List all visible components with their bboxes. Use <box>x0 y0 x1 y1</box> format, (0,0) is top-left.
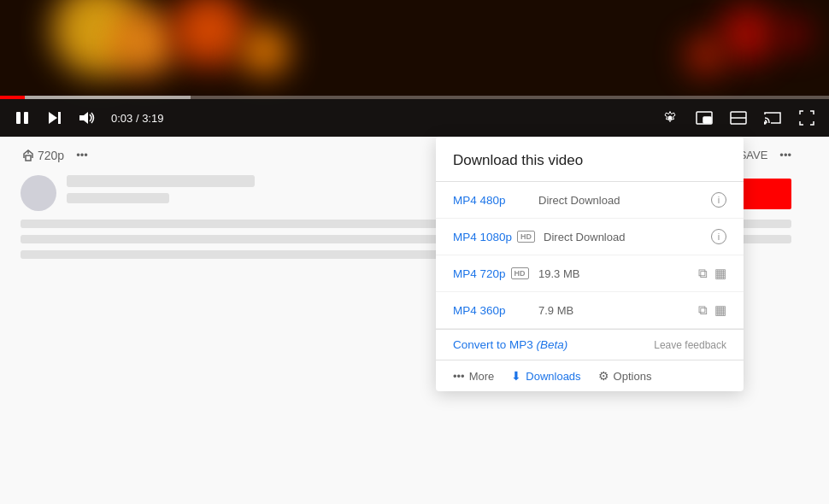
quality-label: 720p <box>38 149 64 162</box>
more-actions-btn[interactable]: ••• <box>779 149 791 161</box>
bokeh-5 <box>718 4 778 64</box>
download-row-360p: MP4 360p 7.9 MB ⧉ ▦ <box>436 292 744 329</box>
downloads-btn[interactable]: ⬇ Downloads <box>511 369 580 383</box>
size-360p: 7.9 MB <box>538 304 685 317</box>
svg-rect-3 <box>58 112 61 124</box>
hd-badge-1080p: HD <box>517 231 535 243</box>
info-icon-480p[interactable]: i <box>711 192 726 208</box>
video-player: 0:03 / 3:19 <box>0 0 829 137</box>
time-display: 0:03 / 3:19 <box>111 112 163 125</box>
info-icon-1080p[interactable]: i <box>711 229 726 244</box>
copy-icon-720p[interactable]: ⧉ <box>698 266 708 281</box>
channel-sub-placeholder <box>67 193 169 203</box>
download-row-720p: MP4 720p HD 19.3 MB ⧉ ▦ <box>436 255 744 292</box>
download-row-480p: MP4 480p Direct Download i <box>436 182 744 219</box>
bokeh-7 <box>778 17 812 51</box>
avatar[interactable] <box>21 175 56 211</box>
more-btn[interactable]: ••• More <box>453 370 494 383</box>
format-label-1080p: MP4 1080p HD <box>453 231 535 243</box>
settings-button[interactable] <box>658 106 682 130</box>
popup-bottom-bar: ••• More ⬇ Downloads ⚙ Options <box>436 360 744 391</box>
leave-feedback-link[interactable]: Leave feedback <box>654 339 726 351</box>
svg-rect-12 <box>26 155 31 161</box>
cast-button[interactable] <box>761 106 785 130</box>
format-label-480p: MP4 480p <box>453 194 530 207</box>
miniplayer-button[interactable] <box>692 106 716 130</box>
bokeh-6 <box>684 34 726 77</box>
copy-icon-360p[interactable]: ⧉ <box>698 302 708 318</box>
download-popup: Download this video MP4 480p Direct Down… <box>436 137 744 391</box>
svg-rect-1 <box>24 112 28 124</box>
convert-mp3-button[interactable]: Convert to MP3 (Beta) <box>453 338 567 351</box>
download-row-1080p: MP4 1080p HD Direct Download i <box>436 219 744 255</box>
format-label-720p: MP4 720p HD <box>453 267 530 280</box>
dl-icons-720p: ⧉ ▦ <box>698 266 726 281</box>
svg-marker-4 <box>79 112 88 124</box>
quality-selector[interactable]: 720p <box>22 149 64 162</box>
channel-name-placeholder <box>67 175 255 187</box>
qr-icon-720p[interactable]: ▦ <box>714 266 726 281</box>
next-button[interactable] <box>43 106 67 130</box>
bokeh-2 <box>111 9 179 77</box>
svg-rect-7 <box>703 117 711 123</box>
below-video: 720p ••• 👍 20K 👎 757 ➜ SHARE ≡+ SAVE <box>0 137 829 266</box>
more-options-btn[interactable]: ••• <box>76 149 88 161</box>
convert-section: Convert to MP3 (Beta) Leave feedback <box>436 329 744 360</box>
svg-marker-2 <box>49 112 57 124</box>
bokeh-3 <box>171 0 248 68</box>
desc-line-3 <box>21 250 483 259</box>
direct-download-1080p[interactable]: Direct Download <box>544 231 703 243</box>
download-icon: ⬇ <box>511 369 521 383</box>
dl-icons-360p: ⧉ ▦ <box>698 302 726 318</box>
fullscreen-button[interactable] <box>795 106 819 130</box>
controls-bar: 0:03 / 3:19 <box>0 99 829 137</box>
gear-icon: ⚙ <box>598 369 609 383</box>
hd-badge-720p: HD <box>511 267 529 280</box>
popup-title: Download this video <box>436 152 744 181</box>
volume-button[interactable] <box>75 106 99 130</box>
size-720p: 19.3 MB <box>538 267 685 280</box>
more-dots-icon: ••• <box>453 370 465 383</box>
svg-rect-0 <box>16 112 21 124</box>
svg-point-10 <box>764 122 766 124</box>
options-btn[interactable]: ⚙ Options <box>598 369 652 383</box>
direct-download-480p[interactable]: Direct Download <box>538 194 703 207</box>
bokeh-4 <box>239 26 291 77</box>
pause-button[interactable] <box>10 106 34 130</box>
qr-icon-360p[interactable]: ▦ <box>714 302 726 318</box>
format-label-360p: MP4 360p <box>453 304 530 317</box>
theater-button[interactable] <box>726 106 750 130</box>
